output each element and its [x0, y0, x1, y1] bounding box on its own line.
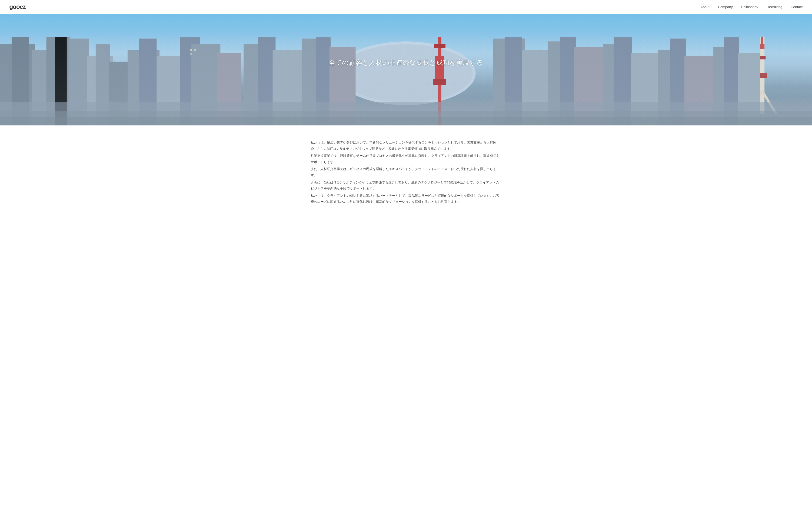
- nav-company[interactable]: Company: [718, 5, 733, 9]
- main-nav: About Company Philosophy Recruiting Cont…: [700, 5, 803, 9]
- nav-recruiting[interactable]: Recruiting: [767, 5, 783, 9]
- svg-rect-74: [0, 37, 812, 126]
- content-para4: さらに、当社はITコンサルティングやウェブ開発でも注力しており、最新のテクノロジ…: [311, 179, 501, 192]
- hero-headline: 全ての顧客と人材の非連続な成長と成功を実現する: [329, 58, 483, 67]
- nav-about[interactable]: About: [700, 5, 709, 9]
- nav-philosophy[interactable]: Philosophy: [741, 5, 758, 9]
- site-logo[interactable]: goocz: [9, 3, 26, 10]
- site-header: goocz About Company Philosophy Recruitin…: [0, 0, 812, 14]
- intro-paragraph: 私たちは、幅広い業界や分野において、革新的なソリューションを提供することをミッシ…: [311, 139, 501, 152]
- nav-contact[interactable]: Contact: [791, 5, 803, 9]
- hero-section: 全ての顧客と人材の非連続な成長と成功を実現する: [0, 14, 812, 126]
- content-para3: また、人材紹介事業では、ビジネスの現場を理解したエキスパートが、クライアントのニ…: [311, 166, 501, 178]
- content-para1: 私たちは、幅広い業界や分野において、革新的なソリューションを提供することをミッシ…: [311, 139, 501, 152]
- content-para5: 私たちは、クライアントの成功を共に追求するパートナーとして、高品質なサービスと継…: [311, 193, 501, 205]
- hero-skyline-svg: [0, 37, 812, 126]
- main-content: 私たちは、幅広い業界や分野において、革新的なソリューションを提供することをミッシ…: [301, 126, 511, 224]
- content-para2: 営業支援事業では、経験豊富なチームが営業プロセスの最適化や効率化に貢献し、クライ…: [311, 153, 501, 165]
